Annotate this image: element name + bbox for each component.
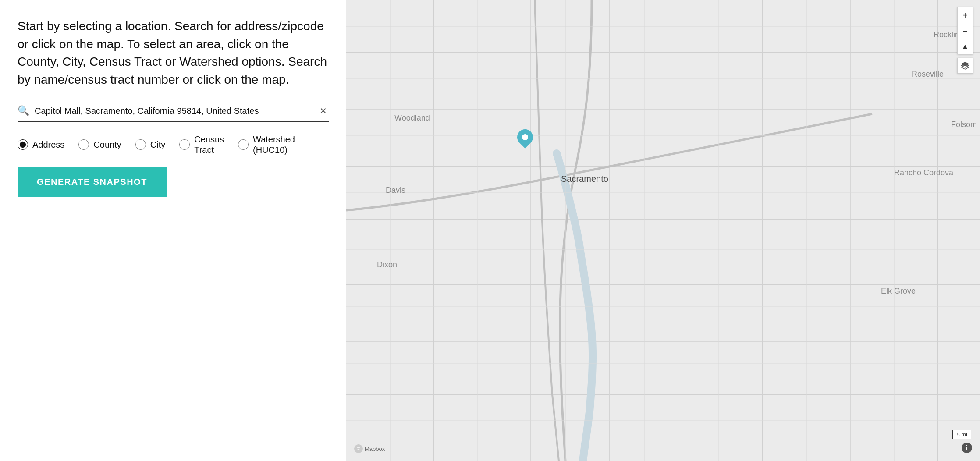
svg-text:Roseville: Roseville [912,70,944,78]
svg-text:Davis: Davis [386,186,405,195]
map-container[interactable]: Rocklin Roseville Folsom Woodland Rancho… [346,0,980,461]
radio-county-input[interactable] [78,139,89,150]
mapbox-logo: © Mapbox [354,444,385,453]
generate-snapshot-button[interactable]: GENERATE SNAPSHOT [18,167,167,197]
pin-inner [522,134,528,140]
radio-address-input[interactable] [18,139,28,150]
radio-city-input[interactable] [135,139,146,150]
radio-county[interactable]: County [78,139,121,150]
radio-address-label: Address [32,139,64,150]
svg-marker-41 [961,67,969,69]
svg-text:Rancho Cordova: Rancho Cordova [894,168,954,177]
pin-head [514,126,536,149]
mapbox-icon: © [354,444,363,453]
radio-city[interactable]: City [135,139,165,150]
intro-text: Start by selecting a location. Search fo… [18,18,329,89]
layers-icon [961,62,969,70]
scale-bar: 5 mi [952,430,971,439]
svg-text:Woodland: Woodland [394,113,430,122]
svg-text:Elk Grove: Elk Grove [881,287,916,295]
radio-city-label: City [150,139,165,150]
svg-text:Dixon: Dixon [377,260,397,269]
radio-group: Address County City CensusTract Watershe… [18,134,329,155]
map-pin [517,129,533,145]
radio-watershed[interactable]: Watershed(HUC10) [238,134,295,155]
svg-rect-0 [346,0,980,461]
compass-button[interactable]: ▲ [957,39,973,54]
radio-census-tract[interactable]: CensusTract [179,134,224,155]
info-icon: i [966,444,968,451]
zoom-out-button[interactable]: − [957,23,973,39]
zoom-in-button[interactable]: + [957,7,973,23]
map-background: Rocklin Roseville Folsom Woodland Rancho… [346,0,980,461]
radio-census-tract-label: CensusTract [194,134,224,155]
search-input[interactable] [35,106,312,116]
svg-text:Sacramento: Sacramento [561,174,608,184]
zoom-control-group: + − ▲ [957,7,973,54]
map-controls: + − ▲ [957,7,973,74]
clear-button[interactable]: ✕ [318,106,329,116]
scale-label: 5 mi [956,431,967,438]
radio-census-tract-input[interactable] [179,139,190,150]
mapbox-label: Mapbox [365,446,385,452]
layers-button[interactable] [957,58,973,74]
radio-county-label: County [93,139,121,150]
search-container: 🔍 ✕ [18,101,329,122]
radio-watershed-label: Watershed(HUC10) [253,134,295,155]
svg-text:Rocklin: Rocklin [934,30,959,39]
info-button[interactable]: i [962,443,972,453]
radio-address[interactable]: Address [18,139,64,150]
left-panel: Start by selecting a location. Search fo… [0,0,346,461]
search-icon: 🔍 [18,105,29,117]
radio-watershed-input[interactable] [238,139,249,150]
svg-text:Folsom: Folsom [951,120,977,129]
